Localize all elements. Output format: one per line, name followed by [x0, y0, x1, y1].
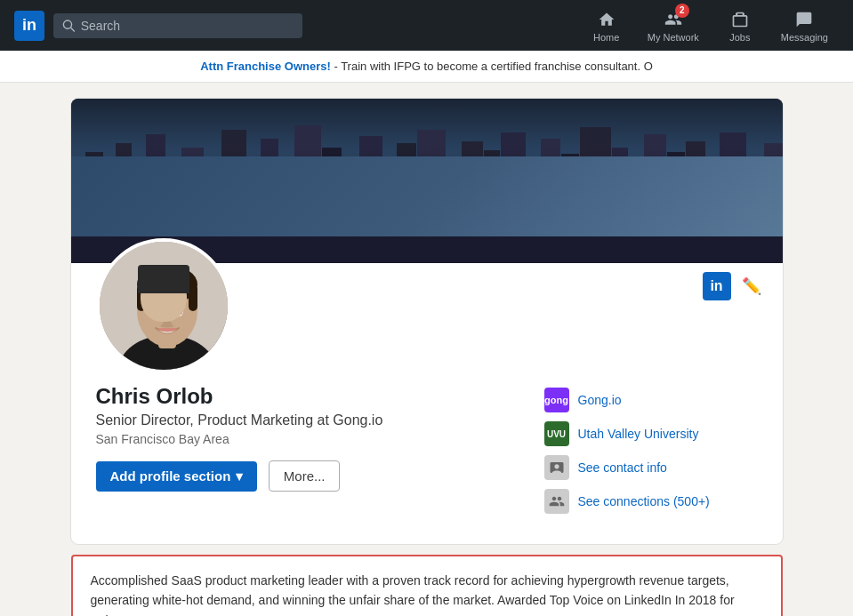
network-icon: 2	[664, 9, 682, 29]
svg-rect-27	[527, 163, 540, 263]
svg-rect-29	[561, 154, 579, 263]
svg-rect-17	[322, 148, 342, 263]
nav-messaging[interactable]: Messaging	[770, 0, 839, 51]
search-input[interactable]	[81, 19, 294, 33]
profile-sidebar: gong Gong.io UVU Utah Valley University …	[544, 384, 758, 523]
svg-point-0	[63, 20, 71, 28]
svg-rect-20	[383, 165, 396, 263]
profile-actions: Add profile section ▾ More...	[96, 460, 516, 492]
svg-point-49	[174, 306, 183, 316]
network-badge: 2	[675, 4, 689, 18]
profile-title: Senior Director, Product Marketing at Go…	[96, 412, 516, 428]
svg-point-45	[137, 265, 197, 304]
jobs-icon	[731, 9, 749, 29]
gong-logo-icon: gong	[544, 388, 569, 412]
svg-rect-13	[247, 170, 260, 263]
nav-my-network[interactable]: 2 My Network	[637, 0, 710, 51]
svg-rect-25	[484, 150, 500, 263]
svg-rect-39	[764, 143, 783, 263]
svg-rect-36	[706, 165, 719, 263]
linkedin-badge-icon: in	[703, 272, 731, 300]
nav-home[interactable]: Home	[580, 0, 633, 51]
svg-rect-18	[342, 156, 358, 263]
svg-rect-15	[279, 161, 294, 263]
promo-banner: Attn Franchise Owners! - Train with IFPG…	[0, 51, 853, 83]
add-profile-label: Add profile section	[110, 468, 231, 484]
svg-rect-28	[541, 139, 560, 263]
uvu-logo-icon: UVU	[544, 421, 569, 446]
svg-line-1	[71, 28, 75, 31]
search-bar[interactable]	[53, 13, 302, 38]
contact-info-icon	[544, 455, 569, 480]
nav-jobs[interactable]: Jobs	[713, 0, 767, 51]
contact-info-label[interactable]: See contact info	[578, 460, 667, 475]
more-button[interactable]: More...	[269, 460, 341, 492]
search-icon	[62, 19, 76, 33]
profile-card: in ✏️	[71, 99, 783, 544]
messaging-icon	[795, 9, 813, 29]
university-item: UVU Utah Valley University	[544, 421, 758, 446]
profile-avatar-wrapper	[96, 238, 231, 373]
avatar-image	[100, 242, 228, 370]
summary-text: Accomplished SaaS product marketing lead…	[91, 571, 763, 616]
edit-profile-button[interactable]: ✏️	[742, 276, 761, 296]
profile-name: Chris Orlob	[96, 384, 516, 409]
avatar-svg	[100, 242, 231, 373]
connections-label[interactable]: See connections (500+)	[578, 494, 710, 508]
promo-link[interactable]: Attn Franchise Owners!	[200, 60, 331, 73]
svg-point-50	[154, 309, 159, 315]
svg-rect-35	[686, 141, 705, 263]
svg-rect-14	[261, 139, 278, 263]
nav-network-label: My Network	[648, 32, 699, 43]
nav-jobs-label: Jobs	[729, 32, 750, 43]
company-item: gong Gong.io	[544, 388, 758, 412]
svg-rect-23	[447, 159, 461, 263]
navbar: in Home 2 My Network Jobs	[0, 0, 853, 51]
profile-body: Chris Orlob Senior Director, Product Mar…	[71, 373, 783, 544]
profile-info-left: Chris Orlob Senior Director, Product Mar…	[96, 384, 516, 523]
avatar	[96, 238, 231, 373]
svg-rect-16	[294, 125, 321, 263]
nav-items: Home 2 My Network Jobs Messaging	[580, 0, 839, 51]
profile-location: San Francisco Bay Area	[96, 432, 516, 446]
svg-rect-47	[189, 284, 197, 311]
nav-home-label: Home	[593, 32, 619, 43]
company-name[interactable]: Gong.io	[578, 393, 622, 407]
svg-point-51	[177, 309, 182, 315]
connections-icon	[544, 489, 569, 514]
home-icon	[598, 9, 616, 29]
svg-rect-21	[397, 143, 416, 263]
svg-rect-46	[137, 284, 146, 311]
svg-point-44	[137, 276, 197, 347]
connections-item[interactable]: See connections (500+)	[544, 489, 758, 514]
linkedin-logo[interactable]: in	[14, 11, 44, 41]
summary-section: Accomplished SaaS product marketing lead…	[71, 555, 783, 616]
dropdown-arrow-icon: ▾	[236, 468, 243, 484]
university-name[interactable]: Utah Valley University	[578, 427, 699, 441]
svg-point-48	[151, 306, 160, 316]
svg-rect-24	[462, 141, 483, 263]
promo-text: - Train with IFPG to become a certified …	[331, 60, 653, 73]
nav-messaging-label: Messaging	[781, 32, 828, 43]
svg-rect-34	[667, 152, 685, 263]
svg-rect-31	[612, 148, 628, 263]
svg-rect-32	[629, 161, 643, 263]
add-profile-section-button[interactable]: Add profile section ▾	[96, 461, 258, 492]
contact-info-item[interactable]: See contact info	[544, 455, 758, 480]
svg-rect-3	[71, 170, 84, 263]
svg-rect-38	[747, 156, 763, 263]
